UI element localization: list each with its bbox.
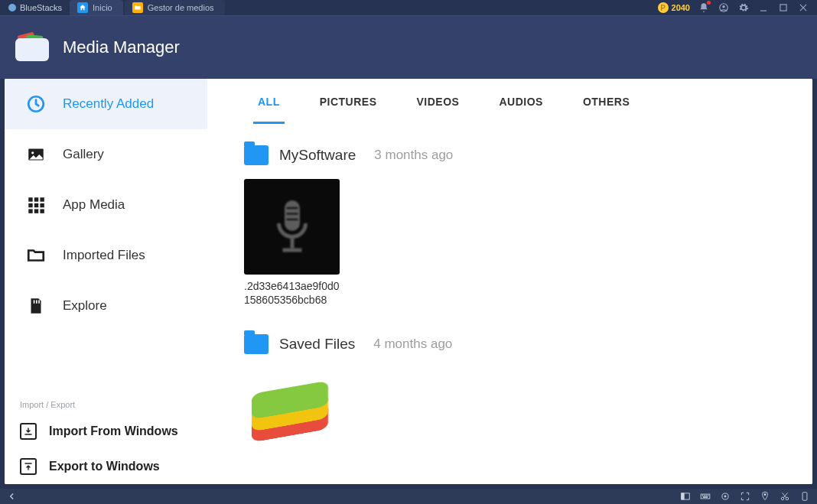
location-icon[interactable] xyxy=(759,490,771,502)
import-export-section-label: Import / Export xyxy=(5,395,207,414)
svg-rect-15 xyxy=(34,209,38,213)
media-item[interactable] xyxy=(244,368,343,447)
sidebar-item-label: Recently Added xyxy=(63,96,154,112)
grid-icon xyxy=(26,195,46,215)
media-manager-logo xyxy=(15,34,49,61)
sidebar-item-label: Explore xyxy=(63,298,107,314)
svg-rect-11 xyxy=(28,203,32,207)
svg-point-2 xyxy=(722,5,725,8)
tab-gestor-de-medios[interactable]: Gestor de medios xyxy=(125,0,225,15)
svg-point-31 xyxy=(706,495,707,496)
close-icon[interactable] xyxy=(797,2,809,14)
brand-text: BlueStacks xyxy=(20,3,62,12)
svg-point-35 xyxy=(724,496,726,497)
keyboard-icon[interactable] xyxy=(699,490,711,502)
sidebar-item-explore[interactable]: Explore xyxy=(5,281,207,331)
svg-point-36 xyxy=(764,494,766,496)
page-title: Media Manager xyxy=(63,37,180,57)
tab-label: Inicio xyxy=(93,3,112,12)
microphone-icon xyxy=(269,197,315,258)
svg-rect-14 xyxy=(28,209,32,213)
sidebar-item-label: App Media xyxy=(63,197,125,213)
account-icon[interactable] xyxy=(718,2,730,14)
group-name: MySoftware xyxy=(279,147,356,164)
svg-rect-20 xyxy=(285,200,300,231)
fullscreen-icon[interactable] xyxy=(739,490,751,502)
filter-tab-audios[interactable]: AUDIOS xyxy=(494,96,547,124)
bluestacks-logo-icon xyxy=(244,371,336,447)
svg-rect-21 xyxy=(290,236,294,248)
settings-icon[interactable] xyxy=(737,2,750,14)
folder-icon xyxy=(244,334,269,354)
brand-icon xyxy=(8,3,17,12)
svg-rect-10 xyxy=(40,197,44,201)
folder-icon xyxy=(244,145,269,165)
media-thumbnail xyxy=(244,179,340,275)
media-group: Saved Files 4 months ago xyxy=(207,313,812,454)
points-display[interactable]: P 2040 xyxy=(658,2,690,13)
import-icon xyxy=(20,423,37,440)
tab-inicio[interactable]: Inicio xyxy=(70,0,123,15)
svg-rect-13 xyxy=(40,203,44,207)
media-filename: .2d33e6413ae9f0d0158605356bcb68 xyxy=(244,279,343,307)
svg-point-0 xyxy=(8,4,16,11)
media-item[interactable]: .2d33e6413ae9f0d0158605356bcb68 xyxy=(244,179,343,307)
filter-tab-pictures[interactable]: PICTURES xyxy=(315,96,382,124)
svg-rect-33 xyxy=(703,497,708,498)
cut-icon[interactable] xyxy=(779,490,791,502)
svg-point-32 xyxy=(708,495,708,496)
sidebar-item-app-media[interactable]: App Media xyxy=(5,180,207,230)
group-time: 3 months ago xyxy=(374,148,453,163)
svg-rect-16 xyxy=(40,209,44,213)
toggle-sidebar-icon[interactable] xyxy=(679,490,692,502)
export-icon xyxy=(20,458,37,475)
svg-rect-22 xyxy=(282,248,301,252)
minimize-icon[interactable] xyxy=(757,2,770,14)
points-value: 2040 xyxy=(672,3,690,12)
target-icon[interactable] xyxy=(719,490,731,502)
sidebar-item-imported-files[interactable]: Imported Files xyxy=(5,230,207,281)
folder-outline-icon xyxy=(26,245,46,265)
tab-label: Gestor de medios xyxy=(148,3,214,12)
image-icon xyxy=(26,145,46,164)
window-tab-bar: BlueStacks Inicio Gestor de medios P 204… xyxy=(0,0,817,15)
svg-rect-4 xyxy=(780,5,786,11)
svg-rect-3 xyxy=(760,11,767,11)
svg-rect-9 xyxy=(34,197,38,201)
svg-point-7 xyxy=(31,151,34,154)
export-to-windows-button[interactable]: Export to Windows xyxy=(5,449,207,484)
svg-rect-17 xyxy=(34,300,35,303)
coin-icon: P xyxy=(658,2,669,13)
content-area: ALL PICTURES VIDEOS AUDIOS OTHERS MySoft… xyxy=(207,79,812,484)
sd-card-icon xyxy=(26,296,46,316)
thumb-row xyxy=(244,368,812,447)
filter-tab-videos[interactable]: VIDEOS xyxy=(412,96,464,124)
svg-rect-18 xyxy=(36,300,37,303)
svg-point-30 xyxy=(704,495,705,496)
svg-rect-8 xyxy=(28,197,32,201)
clock-icon xyxy=(26,94,46,114)
group-name: Saved Files xyxy=(279,336,355,353)
import-from-windows-button[interactable]: Import From Windows xyxy=(5,414,207,449)
svg-rect-27 xyxy=(682,493,685,499)
group-time: 4 months ago xyxy=(373,337,452,352)
svg-rect-28 xyxy=(701,494,710,499)
back-icon[interactable] xyxy=(6,490,18,502)
maximize-icon[interactable] xyxy=(777,2,789,14)
filter-tab-all[interactable]: ALL xyxy=(253,96,285,124)
group-header[interactable]: MySoftware 3 months ago xyxy=(244,145,812,165)
home-icon xyxy=(77,2,88,13)
notifications-icon[interactable] xyxy=(698,2,710,14)
filter-tabs: ALL PICTURES VIDEOS AUDIOS OTHERS xyxy=(207,79,812,124)
thumb-row: .2d33e6413ae9f0d0158605356bcb68 xyxy=(244,179,812,307)
svg-point-29 xyxy=(702,495,703,496)
group-header[interactable]: Saved Files 4 months ago xyxy=(244,334,812,354)
sidebar-item-label: Gallery xyxy=(63,147,104,162)
sidebar: Recently Added Gallery App Media Importe… xyxy=(5,79,207,484)
sidebar-item-recently-added[interactable]: Recently Added xyxy=(5,79,207,129)
main-area: Recently Added Gallery App Media Importe… xyxy=(5,79,812,484)
export-label: Export to Windows xyxy=(49,460,160,473)
rotate-icon[interactable] xyxy=(799,490,811,502)
sidebar-item-gallery[interactable]: Gallery xyxy=(5,129,207,180)
filter-tab-others[interactable]: OTHERS xyxy=(578,96,634,124)
